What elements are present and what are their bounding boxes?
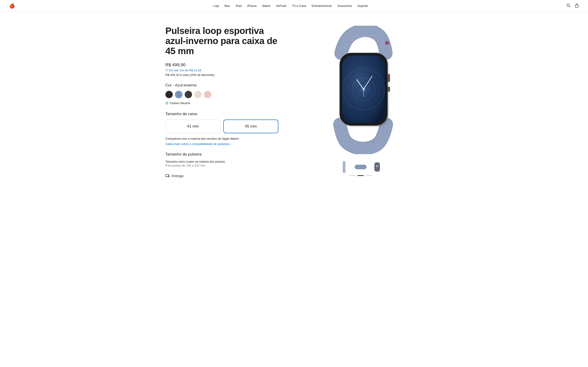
nav-acessorios[interactable]: Acessórios	[335, 0, 355, 12]
right-panel	[299, 26, 423, 183]
thumbnail-2[interactable]	[355, 161, 367, 173]
thumbnail-3[interactable]	[371, 161, 383, 173]
product-image	[305, 26, 416, 154]
svg-point-4	[166, 176, 167, 177]
delivery-label: Entrega:	[172, 174, 184, 178]
apple-logo-icon[interactable]: 🍎	[9, 3, 15, 9]
nav-ipad[interactable]: iPad	[233, 0, 244, 12]
svg-rect-32	[343, 161, 345, 173]
carbon-neutral-badge: ✿ Carbon Neutral	[165, 101, 285, 105]
size-buttons: 41 mm 45 mm	[165, 119, 285, 133]
nav-iphone[interactable]: IPhone	[244, 0, 259, 12]
color-black[interactable]	[185, 91, 192, 98]
color-midnight[interactable]	[165, 91, 173, 98]
price-main: R$ 499,90	[165, 62, 285, 67]
compatibility-text: Compatível com a maioria das versões de …	[165, 136, 285, 141]
thumb-dot-1	[349, 175, 355, 176]
main-nav: 🍎 Loja Mac iPad IPhone Watch AirPods TV …	[0, 0, 588, 12]
svg-rect-24	[388, 87, 389, 91]
search-icon[interactable]	[566, 3, 571, 8]
nav-airpods[interactable]: AirPods	[273, 0, 289, 12]
svg-point-19	[363, 88, 364, 90]
svg-line-1	[569, 6, 570, 7]
thumbnail-indicators	[349, 175, 372, 176]
delivery-icon	[165, 174, 170, 178]
band-section-title: Tamanho da pulseira	[165, 152, 285, 157]
color-starlight[interactable]	[194, 91, 202, 98]
svg-rect-34	[355, 165, 367, 169]
band-size-sub: Para pulsos de 145 a 220 mm.	[165, 164, 285, 167]
product-image-container	[299, 26, 423, 154]
svg-point-5	[169, 176, 169, 177]
color-light-pink[interactable]	[204, 91, 211, 98]
nav-links: Loja Mac iPad IPhone Watch AirPods TV e …	[211, 0, 371, 12]
price-section: R$ 499,90 ⓘ Em até 12x de R$ 41,58 R$ 44…	[165, 62, 285, 77]
color-swatches	[165, 91, 285, 98]
nav-entretenimento[interactable]: Entretenimento	[309, 0, 335, 12]
thumb-dot-3	[366, 175, 372, 176]
info-icon: ⓘ	[165, 68, 168, 72]
leaf-icon: ✿	[165, 101, 168, 105]
size-41mm-button[interactable]: 41 mm	[165, 119, 221, 133]
nav-actions	[566, 3, 579, 8]
size-45mm-button[interactable]: 45 mm	[223, 119, 278, 133]
svg-rect-21	[388, 74, 389, 82]
color-section: Cor - Azul-inverno ✿ Carbon Neutral	[165, 83, 285, 105]
bag-icon[interactable]	[575, 3, 579, 8]
nav-loja[interactable]: Loja	[211, 0, 222, 12]
price-cash: R$ 449,10 à vista (10% de desconto)	[165, 73, 285, 77]
nav-tv-casa[interactable]: TV e Casa	[289, 0, 309, 12]
color-winter-blue[interactable]	[175, 91, 182, 98]
price-installment: ⓘ Em até 12x de R$ 41,58	[165, 68, 285, 72]
svg-rect-22	[388, 76, 390, 77]
svg-rect-3	[166, 174, 168, 177]
compatibility-link[interactable]: Saiba mais sobre a compatibilidade de pu…	[165, 142, 231, 146]
svg-point-30	[386, 42, 389, 44]
thumb-dot-2	[357, 175, 364, 176]
band-section: Tamanho da pulseira Tamanho único (cabe …	[165, 152, 285, 167]
left-panel: Pulseira loop esportiva azul-inverno par…	[165, 26, 285, 183]
thumbnails	[338, 161, 383, 173]
size-section: Tamanho da caixa 41 mm 45 mm Compatível …	[165, 112, 285, 146]
product-title: Pulseira loop esportiva azul-inverno par…	[165, 26, 285, 56]
nav-suporte[interactable]: Suporte	[355, 0, 371, 12]
svg-rect-2	[575, 5, 578, 7]
color-section-title: Cor - Azul-inverno	[165, 83, 285, 88]
thumbnail-1[interactable]	[338, 161, 350, 173]
nav-mac[interactable]: Mac	[222, 0, 233, 12]
page-container: Pulseira loop esportiva azul-inverno par…	[156, 12, 432, 192]
delivery-section: Entrega:	[165, 174, 285, 178]
band-size-title: Tamanho único (cabe na maioria dos pulso…	[165, 160, 285, 163]
nav-watch[interactable]: Watch	[259, 0, 273, 12]
size-section-title: Tamanho da caixa	[165, 112, 285, 116]
